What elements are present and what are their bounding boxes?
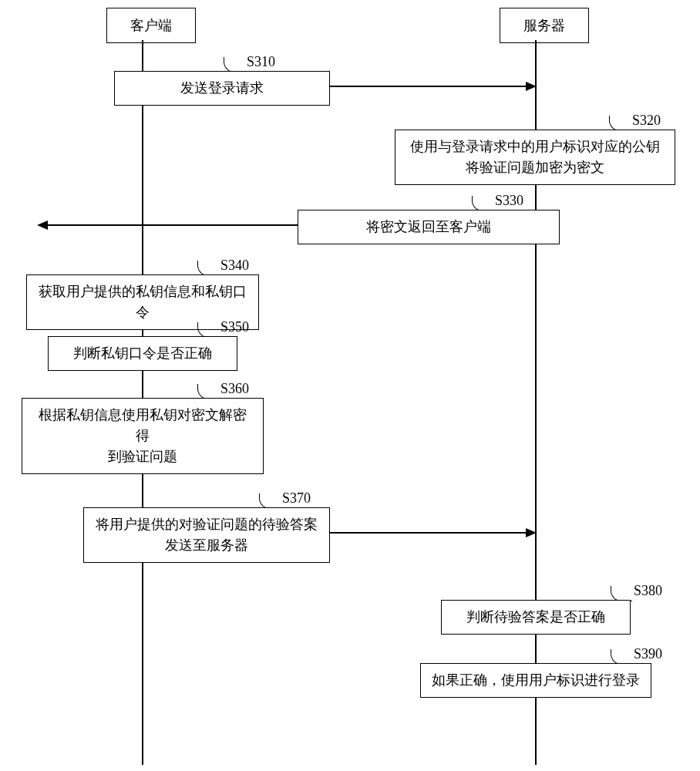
label-s390: S390 bbox=[634, 646, 662, 662]
box-s380: 判断待验答案是否正确 bbox=[441, 600, 631, 635]
box-s330: 将密文返回至客户端 bbox=[298, 210, 560, 244]
arrow-s330 bbox=[46, 224, 298, 226]
box-s350: 判断私钥口令是否正确 bbox=[48, 336, 237, 371]
text-s320-1: 使用与登录请求中的用户标识对应的公钥 bbox=[410, 139, 660, 154]
text-s370-1: 将用户提供的对验证问题的待验答案 bbox=[96, 517, 318, 532]
arrow-s370 bbox=[330, 532, 527, 534]
participant-client-label: 客户端 bbox=[130, 18, 172, 33]
label-s370: S370 bbox=[282, 490, 311, 507]
hook-s340 bbox=[197, 261, 219, 276]
box-s390: 如果正确，使用用户标识进行登录 bbox=[420, 663, 651, 698]
text-s370-2: 发送至服务器 bbox=[165, 537, 248, 553]
arrowhead-s330 bbox=[37, 221, 48, 230]
box-s320: 使用与登录请求中的用户标识对应的公钥 将验证问题加密为密文 bbox=[395, 130, 675, 185]
text-s360-2: 到验证问题 bbox=[108, 449, 177, 464]
hook-s330 bbox=[472, 196, 493, 211]
hook-s360 bbox=[197, 384, 219, 399]
text-s360-1: 根据私钥信息使用私钥对密文解密得 bbox=[39, 407, 247, 443]
label-s340: S340 bbox=[220, 258, 249, 274]
hook-s310 bbox=[224, 57, 245, 72]
hook-s370 bbox=[259, 493, 281, 509]
text-s320-2: 将验证问题加密为密文 bbox=[466, 160, 604, 175]
participant-server-label: 服务器 bbox=[523, 18, 565, 33]
box-s370: 将用户提供的对验证问题的待验答案 发送至服务器 bbox=[83, 507, 330, 563]
text-s310: 发送登录请求 bbox=[180, 80, 264, 96]
participant-client: 客户端 bbox=[106, 8, 196, 43]
text-s390: 如果正确，使用用户标识进行登录 bbox=[432, 672, 640, 688]
label-s320: S320 bbox=[632, 113, 661, 129]
arrowhead-s310 bbox=[526, 82, 537, 91]
arrow-s310 bbox=[330, 86, 527, 87]
text-s380: 判断待验答案是否正确 bbox=[466, 609, 605, 625]
text-s340: 获取用户提供的私钥信息和私钥口令 bbox=[39, 284, 247, 320]
label-s360: S360 bbox=[220, 381, 249, 397]
hook-s390 bbox=[611, 649, 632, 665]
hook-s350 bbox=[197, 322, 219, 338]
label-s330: S330 bbox=[495, 193, 523, 209]
text-s350: 判断私钥口令是否正确 bbox=[73, 345, 212, 361]
box-s360: 根据私钥信息使用私钥对密文解密得 到验证问题 bbox=[22, 398, 264, 474]
arrowhead-s370 bbox=[526, 528, 537, 537]
participant-server: 服务器 bbox=[500, 8, 589, 43]
hook-s320 bbox=[609, 116, 631, 131]
hook-s380 bbox=[611, 586, 632, 601]
label-s380: S380 bbox=[634, 583, 662, 599]
box-s310: 发送登录请求 bbox=[114, 71, 330, 106]
label-s350: S350 bbox=[220, 319, 249, 335]
text-s330: 将密文返回至客户端 bbox=[366, 219, 491, 234]
label-s310: S310 bbox=[247, 54, 275, 70]
